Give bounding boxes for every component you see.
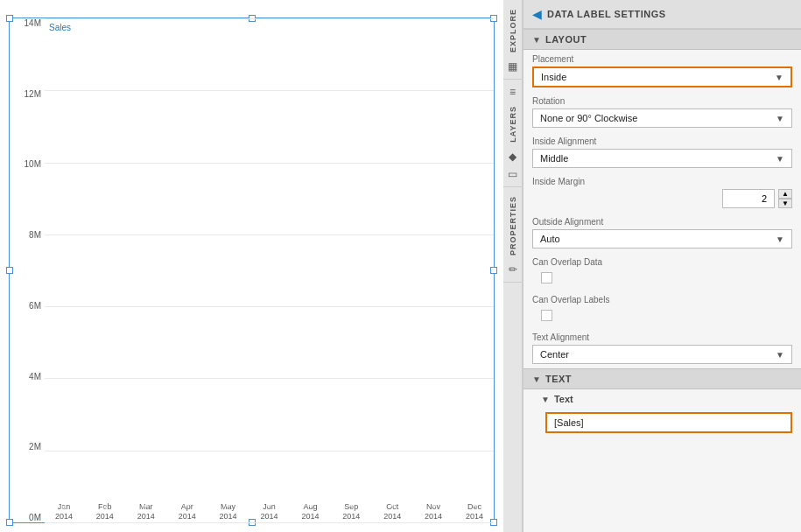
text-alignment-dropdown[interactable]: Center ▼ <box>532 345 792 364</box>
bar-group-apr: $5M Apr2014 <box>168 500 207 522</box>
text-sub-arrow: ▼ <box>541 395 550 404</box>
arrow-icon[interactable]: ◆ <box>504 148 522 165</box>
grid-icon[interactable]: ▦ <box>504 58 522 75</box>
properties-section: PROPERTIES ✏ <box>503 187 522 283</box>
paint-icon[interactable]: ✏ <box>504 261 522 278</box>
inside-alignment-field: Inside Alignment Middle ▼ <box>523 132 801 172</box>
text-section-title: TEXT <box>545 374 572 384</box>
bar-group-sep: $3M Sep2014 <box>332 500 370 522</box>
text-alignment-arrow: ▼ <box>776 350 784 360</box>
placement-dropdown-arrow: ▼ <box>775 73 783 82</box>
inside-alignment-value: Middle <box>540 153 568 164</box>
text-value-row: [Sales] <box>523 409 801 437</box>
inside-margin-input-row: ▲ ▼ <box>532 189 792 208</box>
text-alignment-field: Text Alignment Center ▼ <box>523 328 801 368</box>
placement-dropdown[interactable]: Inside ▼ <box>532 66 792 88</box>
outside-alignment-label: Outside Alignment <box>532 217 792 227</box>
layers-section: ≡ LAYERS ◆ ▭ <box>503 80 522 187</box>
inside-margin-input[interactable] <box>722 189 775 208</box>
bar-group-oct: $4M Oct2014 <box>373 500 411 522</box>
placement-field: Placement Inside ▼ <box>523 50 801 92</box>
bar-group-jun: $3M Jun2014 <box>250 500 289 522</box>
can-overlap-labels-checkbox-row <box>532 307 792 324</box>
placement-label: Placement <box>532 54 792 64</box>
rotation-dropdown[interactable]: None or 90° Clockwise ▼ <box>532 108 792 128</box>
bar-group-nov: $5M Nov2014 <box>414 500 453 522</box>
text-section-header: ▼ TEXT <box>523 368 801 389</box>
inside-alignment-label: Inside Alignment <box>532 136 792 146</box>
bar-group-feb: $10M Feb2014 <box>86 500 124 522</box>
text-subsection: ▼ Text <box>523 389 801 409</box>
panel-icon[interactable]: ▭ <box>504 165 522 183</box>
inside-alignment-arrow: ▼ <box>776 154 784 164</box>
inside-margin-spinner: ▲ ▼ <box>778 189 792 208</box>
bar-group-dec: $7M Dec2014 <box>455 500 494 522</box>
can-overlap-labels-checkbox[interactable] <box>541 310 552 321</box>
can-overlap-data-checkbox[interactable] <box>541 272 552 284</box>
bar-group-mar: $7M Mar2014 <box>127 500 165 522</box>
rotation-field: Rotation None or 90° Clockwise ▼ <box>523 92 801 132</box>
bar-group-jan: $12M Jan2014 <box>45 500 83 522</box>
text-alignment-value: Center <box>540 349 569 360</box>
explore-section: EXPLORE ▦ <box>503 0 522 80</box>
rotation-value: None or 90° Clockwise <box>540 113 637 123</box>
text-value-box[interactable]: [Sales] <box>545 412 792 433</box>
chart-container: Sales 14M 12M 10M 8M 6M 4M 2M 0M <box>9 18 495 523</box>
panel-title: DATA LABEL SETTINGS <box>547 9 666 19</box>
layout-section-title: LAYOUT <box>545 34 587 45</box>
inside-margin-up[interactable]: ▲ <box>778 189 792 199</box>
bar-group-aug: $2M Aug2014 <box>291 500 329 522</box>
outside-alignment-value: Auto <box>540 234 560 244</box>
outside-alignment-dropdown[interactable]: Auto ▼ <box>532 229 792 248</box>
can-overlap-data-checkbox-row <box>532 270 792 286</box>
inside-alignment-dropdown[interactable]: Middle ▼ <box>532 149 792 168</box>
rotation-label: Rotation <box>532 96 792 106</box>
bar-group-may: $4M May2014 <box>209 500 248 522</box>
chart-area: Sales 14M 12M 10M 8M 6M 4M 2M 0M <box>0 0 503 532</box>
layout-section-header: ▼ LAYOUT <box>523 29 801 50</box>
y-axis: 14M 12M 10M 8M 6M 4M 2M 0M <box>10 18 45 522</box>
back-icon[interactable]: ◀ <box>532 7 542 21</box>
rotation-dropdown-arrow: ▼ <box>776 114 784 123</box>
can-overlap-labels-field: Can Overlap Labels <box>523 290 801 328</box>
text-sub-label: Text <box>554 394 573 404</box>
layers-icon[interactable]: ≡ <box>504 83 522 101</box>
outside-alignment-field: Outside Alignment Auto ▼ <box>523 213 801 253</box>
text-section-arrow: ▼ <box>532 374 541 384</box>
properties-label[interactable]: PROPERTIES <box>507 191 519 261</box>
inside-margin-field: Inside Margin ▲ ▼ <box>523 172 801 213</box>
placement-value: Inside <box>541 72 566 82</box>
panel-header: ◀ DATA LABEL SETTINGS <box>523 0 801 29</box>
inside-margin-down[interactable]: ▼ <box>778 199 792 208</box>
can-overlap-labels-label: Can Overlap Labels <box>532 295 792 304</box>
text-alignment-label: Text Alignment <box>532 332 792 342</box>
can-overlap-data-label: Can Overlap Data <box>532 257 792 267</box>
explore-label[interactable]: EXPLORE <box>507 4 519 58</box>
layout-arrow-icon: ▼ <box>532 35 541 45</box>
can-overlap-data-field: Can Overlap Data <box>523 253 801 290</box>
sidebar-tabs: EXPLORE ▦ ≡ LAYERS ◆ ▭ PROPERTIES ✏ <box>503 0 523 532</box>
inside-margin-label: Inside Margin <box>532 177 792 186</box>
right-panel: ◀ DATA LABEL SETTINGS ▼ LAYOUT Placement… <box>523 0 801 532</box>
layers-label[interactable]: LAYERS <box>507 101 519 148</box>
outside-alignment-arrow: ▼ <box>776 234 784 244</box>
bars-wrapper: $12M Jan2014 $10M Feb2014 $7M Mar2014 $5… <box>45 18 494 522</box>
